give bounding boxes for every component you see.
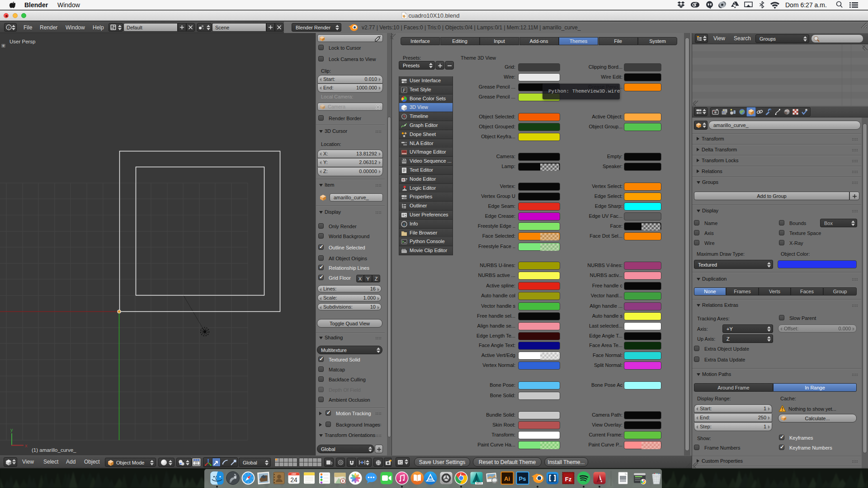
svg-text:ABR: ABR: [292, 473, 297, 475]
svg-text:!: !: [782, 407, 783, 412]
svg-text:Fz: Fz: [565, 476, 572, 483]
svg-text:i: i: [404, 222, 405, 227]
svg-text:F: F: [402, 88, 406, 93]
svg-text:(1) amarillo_curve_: (1) amarillo_curve_: [32, 447, 76, 453]
svg-text:x: x: [25, 443, 28, 448]
svg-text:i: i: [8, 25, 9, 30]
svg-text:Ai: Ai: [504, 475, 510, 482]
svg-text:Ps: Ps: [519, 475, 526, 482]
svg-text:y: y: [10, 427, 13, 432]
svg-text:MAYA: MAYA: [476, 482, 481, 484]
svg-text:24: 24: [290, 476, 297, 483]
svg-text:User Persp: User Persp: [9, 39, 36, 44]
